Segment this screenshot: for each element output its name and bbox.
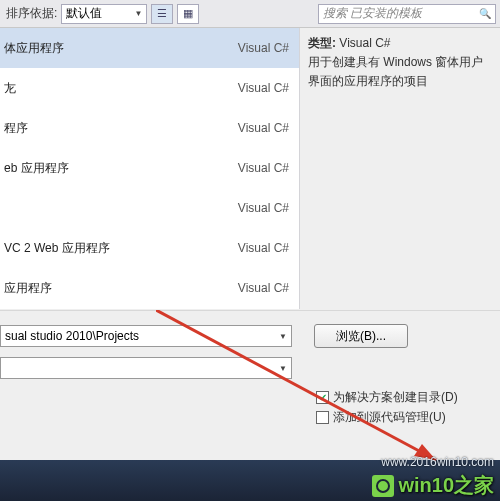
template-row[interactable]: Visual C#	[0, 188, 299, 228]
location-value: sual studio 2010\Projects	[5, 329, 139, 343]
search-icon: 🔍	[479, 8, 491, 19]
template-lang: Visual C#	[238, 41, 289, 55]
template-name: 㔫	[4, 80, 16, 97]
template-lang: Visual C#	[238, 121, 289, 135]
chevron-down-icon: ▼	[279, 364, 287, 373]
template-lang: Visual C#	[238, 281, 289, 295]
checkbox-icon: ✔	[316, 391, 329, 404]
template-name: 体应用程序	[4, 40, 64, 57]
view-list-button[interactable]: ☰	[151, 4, 173, 24]
solution-name-input[interactable]: ▼	[0, 357, 292, 379]
template-row[interactable]: 毝库 Visual C#	[0, 308, 299, 309]
template-row[interactable]: 㔫 Visual C#	[0, 68, 299, 108]
chevron-down-icon: ▼	[279, 332, 287, 341]
watermark-url: www.2016win10.com	[381, 455, 494, 469]
sort-label: 排序依据:	[4, 5, 57, 22]
browse-button[interactable]: 浏览(B)...	[314, 324, 408, 348]
options: ✔ 为解决方案创建目录(D) 添加到源代码管理(U)	[316, 387, 492, 427]
template-lang: Visual C#	[238, 201, 289, 215]
bottom-panel: sual studio 2010\Projects ▼ 浏览(B)... ▼ ✔…	[0, 310, 500, 460]
template-name: VC 2 Web 应用程序	[4, 240, 110, 257]
type-label: 类型:	[308, 36, 336, 50]
sort-value: 默认值	[66, 5, 102, 22]
sort-dropdown[interactable]: 默认值 ▼	[61, 4, 147, 24]
check-label: 添加到源代码管理(U)	[333, 409, 446, 426]
location-input[interactable]: sual studio 2010\Projects ▼	[0, 325, 292, 347]
template-name: 应用程序	[4, 280, 52, 297]
template-row[interactable]: eb 应用程序 Visual C#	[0, 148, 299, 188]
template-list[interactable]: 体应用程序 Visual C# 㔫 Visual C# 程序 Visual C#…	[0, 28, 300, 309]
template-lang: Visual C#	[238, 81, 289, 95]
template-detail: 类型: Visual C# 用于创建具有 Windows 窗体用户界面的应用程序…	[300, 28, 500, 309]
checkbox-icon	[316, 411, 329, 424]
watermark-brand: win10之家	[398, 472, 494, 499]
chevron-down-icon: ▼	[134, 9, 142, 18]
template-row[interactable]: 体应用程序 Visual C#	[0, 28, 299, 68]
template-lang: Visual C#	[238, 161, 289, 175]
template-row[interactable]: 程序 Visual C#	[0, 108, 299, 148]
check-label: 为解决方案创建目录(D)	[333, 389, 458, 406]
watermark: win10之家	[372, 472, 494, 499]
template-name: eb 应用程序	[4, 160, 69, 177]
view-tiles-button[interactable]: ▦	[177, 4, 199, 24]
template-row[interactable]: VC 2 Web 应用程序 Visual C#	[0, 228, 299, 268]
type-value: Visual C#	[339, 36, 390, 50]
toolbar: 排序依据: 默认值 ▼ ☰ ▦ 搜索 已安装的模板 🔍	[0, 0, 500, 28]
add-source-control-checkbox[interactable]: 添加到源代码管理(U)	[316, 407, 492, 427]
watermark-icon	[372, 475, 394, 497]
create-directory-checkbox[interactable]: ✔ 为解决方案创建目录(D)	[316, 387, 492, 407]
search-placeholder: 搜索 已安装的模板	[323, 5, 422, 22]
type-desc: 用于创建具有 Windows 窗体用户界面的应用程序的项目	[308, 53, 492, 91]
search-input[interactable]: 搜索 已安装的模板 🔍	[318, 4, 496, 24]
main-area: 体应用程序 Visual C# 㔫 Visual C# 程序 Visual C#…	[0, 28, 500, 309]
template-name: 程序	[4, 120, 28, 137]
template-lang: Visual C#	[238, 241, 289, 255]
template-row[interactable]: 应用程序 Visual C#	[0, 268, 299, 308]
